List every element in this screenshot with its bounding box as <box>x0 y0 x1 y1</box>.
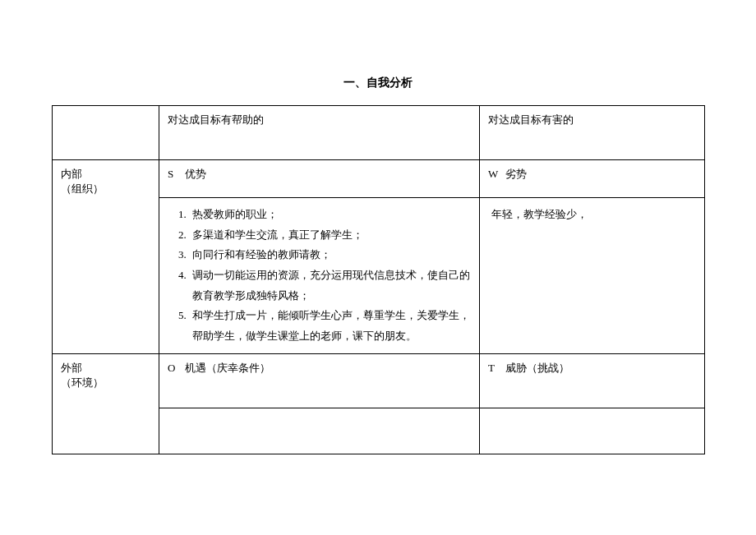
list-item: 多渠道和学生交流，真正了解学生； <box>189 225 471 246</box>
w-letter: W <box>488 168 503 181</box>
header-helpful-cell: 对达成目标有帮助的 <box>159 106 480 160</box>
internal-label-line1: 内部 <box>61 168 82 180</box>
page-title: 一、自我分析 <box>0 76 756 90</box>
external-head-row: 外部 （环境） O 机遇（庆幸条件） T 威胁（挑战） <box>53 353 705 408</box>
internal-label-line2: （组织） <box>61 182 104 195</box>
strengths-head-cell: S 优势 <box>159 160 480 198</box>
strengths-list: 热爱教师的职业； 多渠道和学生交流，真正了解学生； 向同行和有经验的教师请教； … <box>168 205 471 347</box>
weaknesses-text: 年轻，教学经验少， <box>488 205 696 225</box>
internal-label-cell: 内部 （组织） <box>53 160 159 354</box>
list-item: 和学生打成一片，能倾听学生心声，尊重学生，关爱学生，帮助学生，做学生课堂上的老师… <box>189 306 471 346</box>
external-label-line2: （环境） <box>61 376 104 389</box>
weaknesses-head-cell: W 劣势 <box>480 160 705 198</box>
strengths-body-cell: 热爱教师的职业； 多渠道和学生交流，真正了解学生； 向同行和有经验的教师请教； … <box>159 198 480 354</box>
list-item: 调动一切能运用的资源，充分运用现代信息技术，使自己的教育教学形成独特风格； <box>189 265 471 306</box>
s-letter: S <box>168 168 182 181</box>
internal-head-row: 内部 （组织） S 优势 W 劣势 <box>53 160 705 198</box>
weaknesses-body-cell: 年轻，教学经验少， <box>480 198 705 354</box>
o-label: 机遇（庆幸条件） <box>185 362 270 374</box>
t-letter: T <box>488 362 503 375</box>
external-label-line1: 外部 <box>61 362 82 374</box>
threats-head-cell: T 威胁（挑战） <box>480 353 705 408</box>
list-item: 热爱教师的职业； <box>189 205 471 225</box>
header-empty-cell <box>53 106 159 160</box>
external-label-cell: 外部 （环境） <box>53 353 159 454</box>
s-label: 优势 <box>185 168 206 180</box>
t-label: 威胁（挑战） <box>505 362 569 374</box>
swot-table: 对达成目标有帮助的 对达成目标有害的 内部 （组织） S 优势 W 劣势 热爱教… <box>52 105 705 454</box>
header-harmful-cell: 对达成目标有害的 <box>480 106 705 160</box>
opportunities-head-cell: O 机遇（庆幸条件） <box>159 353 480 408</box>
threats-body-cell <box>480 408 705 454</box>
header-row: 对达成目标有帮助的 对达成目标有害的 <box>53 106 705 160</box>
o-letter: O <box>168 362 182 375</box>
list-item: 向同行和有经验的教师请教； <box>189 245 471 265</box>
w-label: 劣势 <box>505 168 527 180</box>
opportunities-body-cell <box>159 408 480 454</box>
